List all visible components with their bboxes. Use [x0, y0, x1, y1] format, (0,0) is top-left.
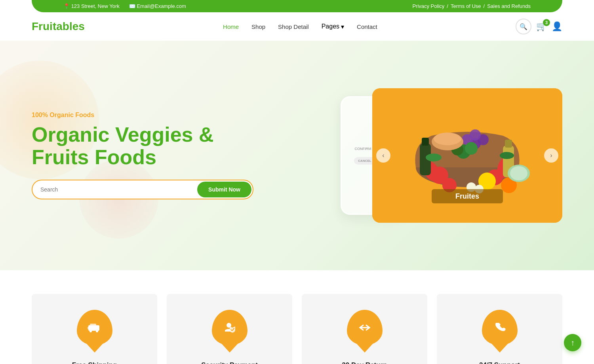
header: Fruitables Home Shop Shop Detail Pages ▾…	[0, 12, 594, 41]
shipping-teardrop	[77, 310, 112, 345]
nav: Home Shop Shop Detail Pages ▾ Contact	[223, 23, 377, 30]
svg-rect-34	[88, 327, 89, 329]
search-input[interactable]	[32, 182, 196, 197]
carousel-prev-button[interactable]: ‹	[376, 148, 390, 163]
feature-card-return: 30 Day Return 30 day money guarantee	[302, 294, 427, 364]
hero-subtitle: 100% Organic Foods	[32, 112, 269, 119]
hero-title: Organic Veggies & Fruits Foods	[32, 123, 269, 169]
logo: Fruitables	[32, 20, 85, 33]
feature-title-return: 30 Day Return	[342, 361, 387, 364]
svg-point-26	[426, 154, 442, 161]
svg-point-27	[500, 152, 514, 159]
top-bar: 📍 123 Street, New York ✉️ Email@Example.…	[32, 0, 562, 12]
carousel-inner: Fruites ‹ ›	[372, 88, 562, 223]
hero-carousel: Fruites ‹ ›	[372, 88, 562, 223]
terms-link[interactable]: Terms of Use	[451, 3, 481, 9]
nav-shop-detail[interactable]: Shop Detail	[278, 23, 309, 30]
nav-pages[interactable]: Pages ▾	[322, 23, 344, 30]
chevron-down-icon: ▾	[341, 23, 344, 30]
svg-point-12	[465, 142, 478, 155]
carousel-next-button[interactable]: ›	[544, 148, 558, 163]
sales-link[interactable]: Sales and Refunds	[487, 3, 531, 9]
search-icon: 🔍	[520, 23, 527, 30]
privacy-policy-link[interactable]: Privacy Policy	[412, 3, 444, 9]
support-icon-wrap	[480, 310, 520, 353]
support-teardrop	[482, 310, 518, 345]
scroll-top-button[interactable]: ↑	[564, 334, 581, 351]
top-bar-right: Privacy Policy / Terms of Use / Sales an…	[412, 3, 531, 9]
return-icon	[357, 320, 373, 336]
feature-card-support: 24/7 Support Support every time fast	[437, 294, 562, 364]
svg-point-25	[434, 133, 461, 145]
svg-rect-31	[90, 324, 96, 327]
user-icon: 👤	[552, 21, 562, 31]
nav-home[interactable]: Home	[223, 23, 239, 30]
email: ✉️ Email@Example.com	[129, 3, 186, 9]
fruit-illustration: Fruites	[372, 88, 562, 223]
feature-title-support: 24/7 Support	[479, 361, 520, 364]
user-button[interactable]: 👤	[552, 21, 562, 32]
svg-rect-17	[505, 140, 512, 148]
cart-badge: 3	[543, 19, 550, 26]
hero-content: 100% Organic Foods Organic Veggies & Fru…	[0, 112, 269, 199]
phone-icon	[492, 320, 508, 336]
payment-teardrop	[212, 310, 248, 345]
svg-point-5	[470, 129, 481, 140]
return-teardrop	[347, 310, 383, 345]
shield-icon	[222, 320, 238, 336]
svg-point-32	[89, 330, 92, 332]
hero-search-bar: Submit Now	[32, 180, 253, 199]
feature-title-payment: Security Payment	[201, 361, 258, 364]
nav-contact[interactable]: Contact	[357, 23, 377, 30]
features-section: Free Shipping Free on order over $300 Se…	[0, 270, 594, 364]
payment-icon-wrap	[210, 310, 249, 353]
header-icons: 🔍 🛒 3 👤	[516, 19, 562, 34]
feature-card-shipping: Free Shipping Free on order over $300	[32, 294, 157, 364]
svg-point-33	[96, 330, 98, 332]
search-button[interactable]: 🔍	[516, 19, 531, 34]
submit-button[interactable]: Submit Now	[197, 182, 251, 197]
svg-point-21	[510, 166, 527, 180]
feature-card-payment: Security Payment 100% security payment	[167, 294, 292, 364]
nav-shop[interactable]: Shop	[251, 23, 265, 30]
car-icon	[87, 320, 103, 336]
svg-text:Fruites: Fruites	[455, 192, 479, 200]
svg-rect-15	[422, 138, 429, 146]
hero-section: 100% Organic Foods Organic Veggies & Fru…	[0, 41, 594, 270]
top-bar-left: 📍 123 Street, New York ✉️ Email@Example.…	[63, 3, 186, 9]
cart-button[interactable]: 🛒 3	[536, 21, 547, 32]
feature-title-shipping: Free Shipping	[72, 361, 117, 364]
return-icon-wrap	[345, 310, 385, 353]
address: 📍 123 Street, New York	[63, 3, 120, 9]
shipping-icon-wrap	[75, 310, 114, 353]
